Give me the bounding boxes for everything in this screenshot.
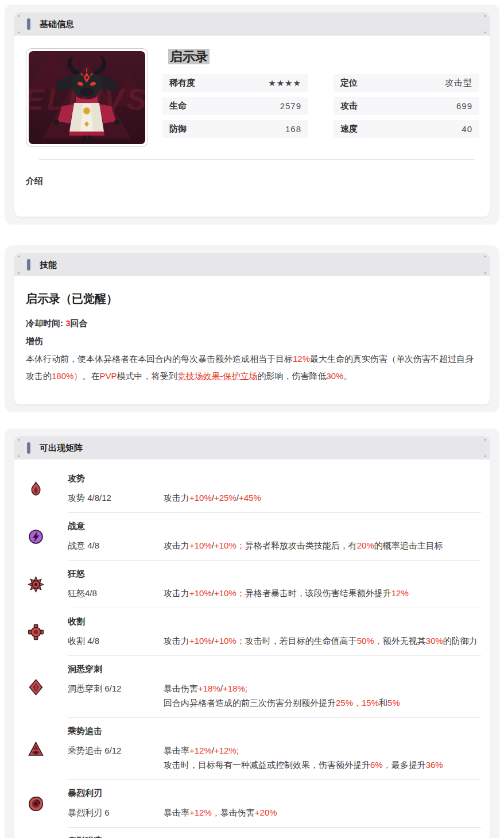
burst-icon xyxy=(14,561,68,608)
matrix-row: 攻势 4/8/12攻击力+10%/+25%/+45% xyxy=(68,491,481,505)
character-portrait: ELIUVS xyxy=(26,48,148,147)
handle-dot xyxy=(18,272,20,274)
text-segment: +20% xyxy=(255,808,277,817)
matrix-item: 洞悉穿刺洞悉穿刺 6/12暴击伤害+18%/+18%;回合内异格者造成的前三次伤… xyxy=(14,656,490,718)
matrix-effect-line: 攻击力+10%/+10%；异格者暴击时，该段伤害结果额外提升12% xyxy=(164,586,481,600)
section-marker-bar xyxy=(27,442,30,454)
text-segment: 的防御力 xyxy=(443,636,478,646)
matrix-level-label: 攻势 4/8/12 xyxy=(68,491,164,505)
stat-label: 定位 xyxy=(340,78,358,88)
arena-effect-link[interactable]: 竞技场效果-保护立场 xyxy=(177,371,257,381)
skill-cooldown: 冷却时间: 3回合 xyxy=(26,318,478,329)
text-segment: 25%， xyxy=(336,698,362,708)
text-segment: 模式中，将受到 xyxy=(117,371,177,381)
text-segment: PVP xyxy=(99,371,117,381)
eye-triangle-icon xyxy=(14,718,68,780)
section-marker-bar xyxy=(27,18,30,30)
text-segment: 异格者暴击时，该段伤害结果额外提升 xyxy=(245,588,391,598)
text-segment: 30% xyxy=(426,636,443,646)
matrix-name: 乘势追击 xyxy=(68,726,481,736)
matrix-effect-line: 攻击力+10%/+10%；异格者释放攻击类技能后，有20%的概率追击主目标 xyxy=(164,538,481,553)
text-segment: 的概率追击主目标 xyxy=(374,540,443,550)
text-segment: 20% xyxy=(357,540,374,550)
text-segment: 攻击力 xyxy=(164,636,189,646)
intro-label: 介绍 xyxy=(26,176,479,187)
matrix-level-label: 收割 4/8 xyxy=(68,634,164,648)
matrix-effect: 攻击力+10%/+25%/+45% xyxy=(164,491,481,505)
text-segment: 本体行动前，使本体异格者在本回合内的每次暴击额外造成相当于目标 xyxy=(26,354,293,364)
text-segment: 的影响，伤害降低 xyxy=(257,371,326,381)
stat-label: 防御 xyxy=(169,123,187,134)
matrix-item-body: 洞悉穿刺洞悉穿刺 6/12暴击伤害+18%/+18%;回合内异格者造成的前三次伤… xyxy=(68,656,481,718)
stat-value: ★★★★ xyxy=(268,78,301,88)
text-segment: +10% xyxy=(189,636,212,646)
stat-value: 攻击型 xyxy=(445,78,472,88)
section-skill: 技能 启示录（已觉醒） 冷却时间: 3回合 增伤 本体行动前，使本体异格者在本回… xyxy=(5,245,499,412)
handle-dot xyxy=(18,455,20,457)
text-segment: 15% xyxy=(362,698,379,708)
matrix-item: 狂怒狂怒4/8攻击力+10%/+10%；异格者暴击时，该段伤害结果额外提升12% xyxy=(14,561,490,608)
matrix-effect-line: 暴击率+12%，暴击伤害+20% xyxy=(164,805,481,820)
skill-name: 启示录（已觉醒） xyxy=(26,291,478,307)
matrix-card: 可出现矩阵 攻势攻势 4/8/12攻击力+10%/+25%/+45%战意战意 4… xyxy=(14,437,490,838)
matrix-effect-line: 暴击伤害+18%/+18%; xyxy=(164,681,481,696)
matrix-name: 攻势 xyxy=(68,473,481,483)
text-segment: +10% xyxy=(189,493,212,503)
handle-dot xyxy=(484,439,486,441)
basic-info-body: ELIUVS xyxy=(14,36,490,217)
matrix-row: 收割 4/8攻击力+10%/+10%；攻击时，若目标的生命值高于50%，额外无视… xyxy=(68,634,481,648)
text-segment: 12% xyxy=(391,588,409,598)
stat-row: 稀有度★★★★ xyxy=(162,74,308,92)
matrix-row: 暴烈利刃 6暴击率+12%，暴击伤害+20% xyxy=(68,805,481,820)
matrix-effect-line: 暴击率+12%/+12%; xyxy=(164,743,481,758)
text-segment: +45% xyxy=(239,493,261,503)
handle-dot xyxy=(18,15,20,17)
text-segment: 攻击力 xyxy=(164,540,189,550)
matrix-item-body: 收割收割 4/8攻击力+10%/+10%；攻击时，若目标的生命值高于50%，额外… xyxy=(68,608,481,656)
stat-row: 攻击699 xyxy=(334,97,479,115)
matrix-level-label: 洞悉穿刺 6/12 xyxy=(68,681,164,696)
text-segment: +10%； xyxy=(214,636,245,646)
stat-row: 防御168 xyxy=(162,120,308,138)
text-segment: +25% xyxy=(214,493,237,503)
text-segment: 180%） xyxy=(52,371,82,381)
skill-body: 启示录（已觉醒） 冷却时间: 3回合 增伤 本体行动前，使本体异格者在本回合内的… xyxy=(14,276,490,404)
matrix-effect: 攻击力+10%/+10%；异格者释放攻击类技能后，有20%的概率追击主目标 xyxy=(164,538,481,553)
text-segment: +12%; xyxy=(214,746,239,755)
matrix-item: 收割收割 4/8攻击力+10%/+10%；攻击时，若目标的生命值高于50%，额外… xyxy=(14,608,490,656)
text-segment: +12% xyxy=(189,746,212,755)
stats-column-left: 稀有度★★★★生命2579防御168 xyxy=(162,74,308,143)
stat-label: 生命 xyxy=(169,101,187,111)
stat-value: 40 xyxy=(462,124,472,134)
text-segment: 6%， xyxy=(370,760,391,770)
matrix-row: 洞悉穿刺 6/12暴击伤害+18%/+18%;回合内异格者造成的前三次伤害分别额… xyxy=(68,681,481,710)
skill-card: 技能 启示录（已觉醒） 冷却时间: 3回合 增伤 本体行动前，使本体异格者在本回… xyxy=(14,253,490,404)
flame-icon xyxy=(14,465,68,513)
portrait-art: ELIUVS xyxy=(29,51,145,144)
matrix-effect-line: 攻击时，目标每有一种减益或控制效果，伤害额外提升6%，最多提升36% xyxy=(164,758,481,772)
basic-info-header: 基础信息 xyxy=(14,13,490,36)
lightning-icon xyxy=(14,513,68,561)
matrix-effect-line: 攻击力+10%/+10%；攻击时，若目标的生命值高于50%，额外无视其30%的防… xyxy=(164,634,481,648)
handle-dot xyxy=(484,272,486,274)
double-ring-icon xyxy=(14,828,68,838)
matrix-item-body: 暴烈利刃暴烈利刃 6暴击率+12%，暴击伤害+20% xyxy=(68,780,481,828)
section-matrices: 可出现矩阵 攻势攻势 4/8/12攻击力+10%/+25%/+45%战意战意 4… xyxy=(5,428,499,838)
matrix-title: 可出现矩阵 xyxy=(40,443,83,454)
handle-dot xyxy=(484,32,486,33)
text-segment: 和 xyxy=(379,698,387,708)
skill-description: 本体行动前，使本体异格者在本回合内的每次暴击额外造成相当于目标12%最大生命的真… xyxy=(26,350,478,385)
matrix-item: 攻势攻势 4/8/12攻击力+10%/+25%/+45% xyxy=(14,465,490,513)
reticle-icon xyxy=(14,608,68,656)
matrix-item-body: 狂怒狂怒4/8攻击力+10%/+10%；异格者暴击时，该段伤害结果额外提升12% xyxy=(68,561,481,608)
handle-dot xyxy=(18,439,20,441)
character-name: 启示录 xyxy=(168,49,479,64)
handle-dot xyxy=(18,32,20,33)
matrix-header: 可出现矩阵 xyxy=(14,437,490,459)
skill-header: 技能 xyxy=(14,253,490,276)
matrix-item-body: 战意战意 4/8攻击力+10%/+10%；异格者释放攻击类技能后，有20%的概率… xyxy=(68,513,481,561)
text-segment: +12%， xyxy=(189,808,220,817)
matrix-item: 乘势追击乘势追击 6/12暴击率+12%/+12%;攻击时，目标每有一种减益或控… xyxy=(14,718,490,780)
text-segment: 最多提升 xyxy=(391,760,426,770)
divider xyxy=(39,159,475,160)
